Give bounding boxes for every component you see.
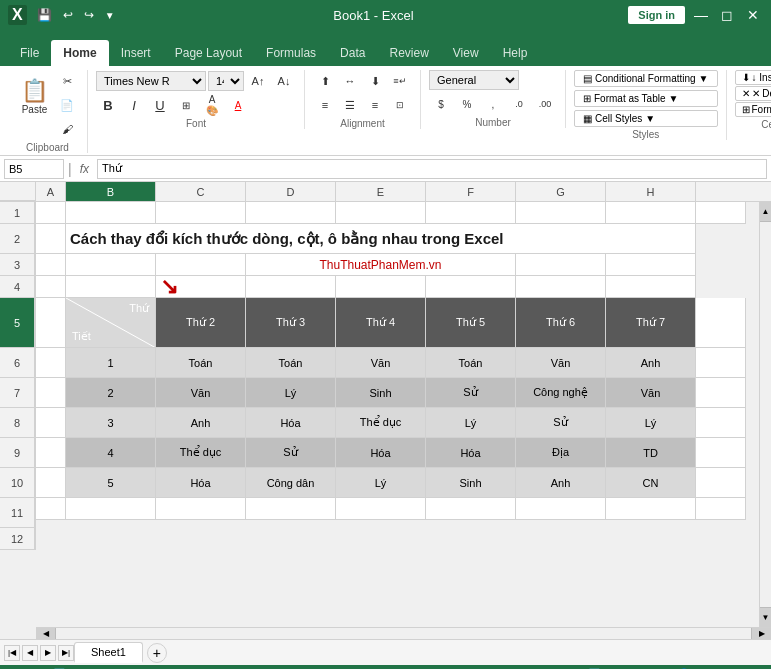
wrap-text-btn[interactable]: ≡↵: [388, 70, 412, 92]
tab-view[interactable]: View: [441, 40, 491, 66]
tab-review[interactable]: Review: [377, 40, 440, 66]
cell-f5[interactable]: Thứ 5: [426, 298, 516, 348]
row-header-12[interactable]: 12: [0, 528, 36, 550]
cell-c11[interactable]: Hóa: [156, 468, 246, 498]
cell-d10[interactable]: Sử: [246, 438, 336, 468]
tab-data[interactable]: Data: [328, 40, 377, 66]
row-header-11[interactable]: 11: [0, 498, 36, 528]
cell-a10[interactable]: [36, 438, 66, 468]
row-header-1[interactable]: 1: [0, 202, 36, 224]
cell-g9[interactable]: Sử: [516, 408, 606, 438]
horizontal-scrollbar[interactable]: ◀ ▶: [36, 627, 771, 639]
undo-btn[interactable]: ↩: [59, 6, 77, 24]
delete-btn[interactable]: ✕ ✕ Delete ▼: [735, 86, 771, 101]
cell-c5[interactable]: Thứ 2: [156, 298, 246, 348]
cell-h9[interactable]: Lý: [606, 408, 696, 438]
cell-g1[interactable]: [516, 202, 606, 224]
maximize-button[interactable]: ◻: [717, 5, 737, 25]
col-header-e[interactable]: E: [336, 182, 426, 201]
format-painter-button[interactable]: 🖌: [55, 118, 79, 140]
cell-b2-title[interactable]: Cách thay đổi kích thước dòng, cột, ô bằ…: [66, 224, 696, 254]
copy-button[interactable]: 📄: [55, 94, 79, 116]
cell-d7[interactable]: Toán: [246, 348, 336, 378]
row-header-7[interactable]: 7: [0, 378, 36, 408]
comma-btn[interactable]: ,: [481, 93, 505, 115]
cell-e8[interactable]: Sinh: [336, 378, 426, 408]
cell-e7[interactable]: Văn: [336, 348, 426, 378]
cell-e10[interactable]: Hóa: [336, 438, 426, 468]
add-sheet-button[interactable]: +: [147, 643, 167, 663]
cell-g3[interactable]: [516, 254, 606, 276]
row-header-8[interactable]: 8: [0, 408, 36, 438]
cell-f7[interactable]: Toán: [426, 348, 516, 378]
cell-extra5[interactable]: [696, 298, 746, 348]
cell-a1[interactable]: [36, 202, 66, 224]
cell-b5-diagonal[interactable]: Thứ Tiết: [66, 298, 156, 348]
scroll-right-btn[interactable]: ▶: [751, 628, 771, 639]
increase-font-btn[interactable]: A↑: [246, 70, 270, 92]
cell-e5[interactable]: Thứ 4: [336, 298, 426, 348]
cell-e12[interactable]: [336, 498, 426, 520]
tab-formulas[interactable]: Formulas: [254, 40, 328, 66]
cut-button[interactable]: ✂: [55, 70, 79, 92]
cell-e4[interactable]: [336, 276, 426, 298]
cell-f4[interactable]: [426, 276, 516, 298]
align-right-btn[interactable]: ≡: [363, 94, 387, 116]
cell-h3[interactable]: [606, 254, 696, 276]
col-header-a[interactable]: A: [36, 182, 66, 201]
col-header-h[interactable]: H: [606, 182, 696, 201]
cell-e1[interactable]: [336, 202, 426, 224]
cell-f8[interactable]: Sử: [426, 378, 516, 408]
cell-reference-box[interactable]: [4, 159, 64, 179]
cell-f12[interactable]: [426, 498, 516, 520]
cell-d11[interactable]: Công dân: [246, 468, 336, 498]
cell-g12[interactable]: [516, 498, 606, 520]
cell-h4[interactable]: [606, 276, 696, 298]
cell-extra1[interactable]: [696, 202, 746, 224]
formula-input[interactable]: [97, 159, 767, 179]
cell-g8[interactable]: Công nghệ: [516, 378, 606, 408]
row-header-9[interactable]: 9: [0, 438, 36, 468]
cell-d9[interactable]: Hóa: [246, 408, 336, 438]
font-name-select[interactable]: Times New R: [96, 71, 206, 91]
cell-d12[interactable]: [246, 498, 336, 520]
close-button[interactable]: ✕: [743, 5, 763, 25]
align-left-btn[interactable]: ≡: [313, 94, 337, 116]
tab-home[interactable]: Home: [51, 40, 108, 66]
cell-a12[interactable]: [36, 498, 66, 520]
cell-f9[interactable]: Lý: [426, 408, 516, 438]
cell-a9[interactable]: [36, 408, 66, 438]
cell-c7[interactable]: Toán: [156, 348, 246, 378]
paste-button[interactable]: 📋 Paste: [16, 70, 53, 124]
vertical-scrollbar[interactable]: ▲ ▼: [759, 202, 771, 627]
cell-c1[interactable]: [156, 202, 246, 224]
cell-extra11[interactable]: [696, 468, 746, 498]
cell-c10[interactable]: Thể dục: [156, 438, 246, 468]
scroll-down-btn[interactable]: ▼: [760, 607, 771, 627]
cell-h8[interactable]: Văn: [606, 378, 696, 408]
align-bottom-btn[interactable]: ⬇: [363, 70, 387, 92]
cell-extra7[interactable]: [696, 348, 746, 378]
col-header-d[interactable]: D: [246, 182, 336, 201]
tab-page-layout[interactable]: Page Layout: [163, 40, 254, 66]
merge-btn[interactable]: ⊡: [388, 94, 412, 116]
last-sheet-btn[interactable]: ▶|: [58, 645, 74, 661]
cell-g11[interactable]: Anh: [516, 468, 606, 498]
row-header-5[interactable]: 5: [0, 298, 36, 348]
decrease-font-btn[interactable]: A↓: [272, 70, 296, 92]
cell-d1[interactable]: [246, 202, 336, 224]
cell-a3[interactable]: [36, 254, 66, 276]
cell-f11[interactable]: Sinh: [426, 468, 516, 498]
row-header-2[interactable]: 2: [0, 224, 36, 254]
insert-btn[interactable]: ⬇ ↓ Insert ▼: [735, 70, 771, 85]
cell-extra12[interactable]: [696, 498, 746, 520]
font-size-select[interactable]: 14: [208, 71, 244, 91]
cell-h10[interactable]: TD: [606, 438, 696, 468]
cell-b7[interactable]: 1: [66, 348, 156, 378]
row-header-4[interactable]: 4: [0, 276, 36, 298]
cell-h7[interactable]: Anh: [606, 348, 696, 378]
number-format-select[interactable]: General: [429, 70, 519, 90]
cell-g7[interactable]: Văn: [516, 348, 606, 378]
col-header-f[interactable]: F: [426, 182, 516, 201]
increase-decimal-btn[interactable]: .00: [533, 93, 557, 115]
